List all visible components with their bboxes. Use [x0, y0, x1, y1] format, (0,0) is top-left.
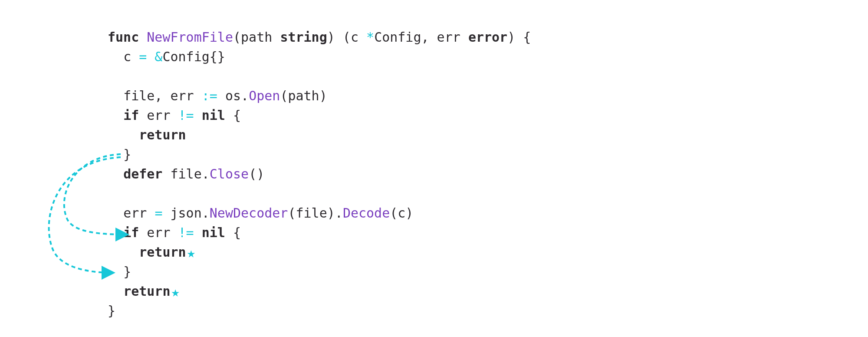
method-open: Open [249, 88, 280, 103]
code-line-11: if err != nil { [108, 225, 241, 240]
method-newdecoder: NewDecoder [210, 205, 288, 221]
code-line-10: err = json.NewDecoder(file).Decode(c) [108, 205, 413, 221]
code-line-8-defer: defer file.Close() [108, 166, 264, 182]
type-string: string [280, 30, 327, 45]
code-line-6: return [108, 127, 186, 142]
keyword-defer: defer [123, 166, 162, 182]
code-line-2: c = &Config{} [108, 49, 225, 64]
keyword-return: return [123, 284, 170, 299]
pointer-star: * [366, 30, 374, 45]
code-block: func NewFromFile(path string) (c *Config… [108, 8, 531, 320]
code-line-13: } [108, 264, 131, 279]
code-line-12: return★ [108, 244, 195, 260]
method-decode: Decode [343, 205, 390, 221]
star-icon: ★ [186, 246, 195, 260]
function-name: NewFromFile [147, 30, 233, 45]
code-line-14: return★ [108, 284, 180, 299]
keyword-func: func [108, 30, 139, 45]
keyword-return: return [139, 127, 186, 142]
code-line-1: func NewFromFile(path string) (c *Config… [108, 30, 531, 45]
method-close: Close [210, 166, 249, 182]
code-line-4: file, err := os.Open(path) [108, 88, 327, 103]
code-line-5: if err != nil { [108, 108, 241, 123]
keyword-return: return [139, 244, 186, 260]
type-error: error [468, 30, 507, 45]
code-line-7: } [108, 147, 131, 162]
star-icon: ★ [171, 285, 180, 299]
code-line-15: } [108, 303, 115, 318]
amp-op: & [147, 49, 162, 64]
